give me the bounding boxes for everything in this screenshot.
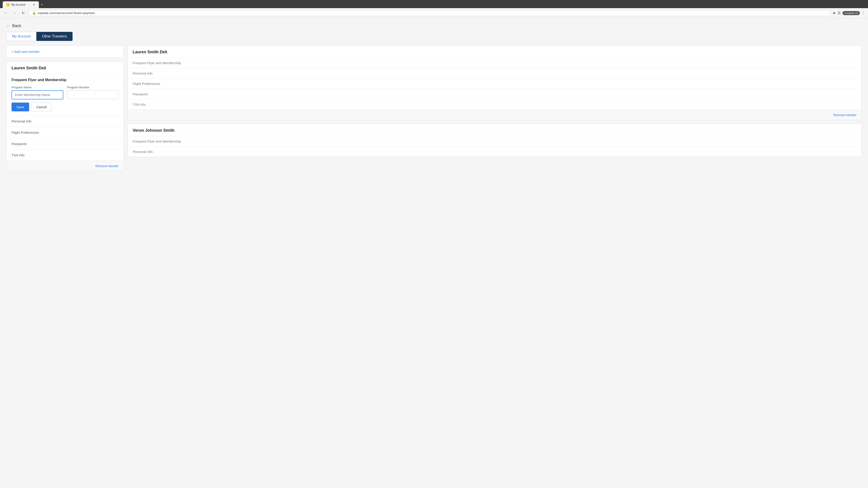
right-2-personal-info[interactable]: Personal Info — [128, 147, 862, 157]
save-button[interactable]: Save — [11, 103, 29, 111]
tab-title: My Account — [11, 3, 25, 6]
right-traveler-card-2: Veron Johnson Smith Frequent Flyer and M… — [127, 124, 862, 157]
right-1-remove-row: Remove traveler — [128, 110, 862, 120]
add-new-traveler-link[interactable]: + Add new traveler — [11, 50, 40, 54]
program-name-field: Program Name — [11, 86, 63, 99]
right-1-passports[interactable]: Passports — [128, 89, 862, 99]
page-content: ← Back My Account Other Travelers + Add … — [0, 18, 868, 479]
tab-bar: E My Account ✕ + — [0, 0, 868, 8]
tabs-container: My Account Other Travelers — [0, 32, 868, 45]
left-tsa-info[interactable]: TSA Info — [6, 150, 124, 161]
extensions-icon[interactable]: ☰ — [837, 11, 841, 15]
left-flight-preferences[interactable]: Flight Preferences — [6, 127, 124, 138]
menu-icon[interactable]: ⋮ — [862, 11, 865, 15]
program-form-row: Program Name Program Number — [11, 86, 119, 99]
lock-icon: 🔒 — [32, 11, 36, 15]
tab-close-button[interactable]: ✕ — [33, 3, 35, 6]
program-number-input[interactable] — [67, 90, 119, 99]
left-traveler-name: Lauren Smith Deli — [6, 62, 124, 74]
browser-tab[interactable]: E My Account ✕ — [3, 1, 39, 8]
left-passports[interactable]: Passports — [6, 138, 124, 150]
tab-other-travelers[interactable]: Other Travelers — [36, 32, 72, 41]
right-traveler-card-1: Lauren Smith Deli Frequent Flyer and Mem… — [127, 45, 862, 120]
tab-my-account[interactable]: My Account — [6, 32, 36, 41]
program-name-input[interactable] — [11, 90, 63, 99]
new-tab-button[interactable]: + — [39, 2, 45, 7]
back-arrow-icon: ← — [6, 24, 10, 28]
left-remove-traveler-row: Remove traveler — [6, 161, 124, 171]
left-personal-info[interactable]: Personal Info — [6, 116, 124, 127]
right-traveler-2-name: Veron Johnson Smith — [128, 124, 862, 136]
right-2-frequent-flyer[interactable]: Frequent Flyer and Membership — [128, 136, 862, 147]
right-panel: Lauren Smith Deli Frequent Flyer and Mem… — [127, 45, 862, 157]
bookmark-icon[interactable]: ★ — [833, 11, 836, 15]
tab-favicon: E — [6, 3, 9, 6]
form-button-row: Save Cancel — [11, 103, 119, 111]
browser-actions: ★ ☰ Incognito (2) ⋮ — [833, 11, 865, 15]
address-bar[interactable]: 🔒 expedia.com/user/account/?&selc=paymen… — [29, 10, 830, 16]
left-panel: + Add new traveler Lauren Smith Deli Fre… — [6, 45, 124, 171]
right-1-tsa-info[interactable]: TSA Info — [128, 99, 862, 110]
right-1-flight-preferences[interactable]: Flight Preferences — [128, 78, 862, 89]
left-remove-traveler-link[interactable]: Remove traveler — [95, 164, 119, 168]
right-traveler-1-name: Lauren Smith Deli — [128, 46, 862, 58]
url-text: expedia.com/user/account/?&selc=payment — [38, 11, 827, 15]
frequent-flyer-title: Frequent Flyer and Membership — [11, 78, 119, 82]
right-1-personal-info[interactable]: Personal Info — [128, 68, 862, 78]
cancel-button[interactable]: Cancel — [31, 103, 52, 111]
main-layout: + Add new traveler Lauren Smith Deli Fre… — [0, 45, 868, 171]
right-1-remove-link[interactable]: Remove traveler — [833, 113, 857, 117]
back-nav[interactable]: ← Back — [0, 22, 868, 32]
add-traveler-card: + Add new traveler — [6, 45, 124, 58]
incognito-badge: Incognito (2) — [842, 11, 860, 15]
forward-browser-button[interactable]: → — [11, 10, 18, 16]
left-traveler-card: Lauren Smith Deli Frequent Flyer and Mem… — [6, 61, 124, 171]
back-browser-button[interactable]: ← — [3, 10, 9, 16]
program-name-label: Program Name — [11, 86, 63, 89]
program-number-label: Program Number — [67, 86, 119, 89]
back-label: Back — [12, 24, 21, 28]
address-bar-row: ← → ↻ 🔒 expedia.com/user/account/?&selc=… — [0, 8, 868, 18]
frequent-flyer-section: Frequent Flyer and Membership Program Na… — [6, 74, 124, 116]
program-number-field: Program Number — [67, 86, 119, 99]
right-1-frequent-flyer[interactable]: Frequent Flyer and Membership — [128, 58, 862, 68]
reload-button[interactable]: ↻ — [20, 10, 26, 16]
